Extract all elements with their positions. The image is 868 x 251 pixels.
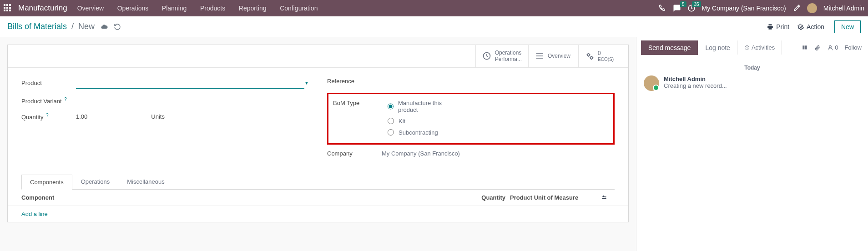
radio-kit[interactable]: Kit xyxy=(388,118,442,125)
radio-subcontracting[interactable]: Subcontracting xyxy=(388,129,442,136)
quantity-unit[interactable]: Units xyxy=(151,113,165,120)
label-variant: Product Variant xyxy=(21,98,62,105)
book-icon[interactable] xyxy=(802,45,808,51)
attachment-icon[interactable] xyxy=(814,45,821,51)
label-reference: Reference xyxy=(327,78,382,85)
add-line[interactable]: Add a line xyxy=(8,206,628,222)
followers-button[interactable]: 0 xyxy=(827,44,838,51)
radio-subcontracting-input[interactable] xyxy=(388,129,394,136)
user-avatar[interactable] xyxy=(807,3,817,13)
app-name: Manufacturing xyxy=(18,4,67,13)
radio-manufacture-label: Manufacture this product xyxy=(398,100,442,113)
radio-manufacture[interactable]: Manufacture this product xyxy=(388,100,442,113)
messages-badge: 5 xyxy=(680,1,686,7)
help-variant[interactable]: ? xyxy=(64,97,67,102)
company-value[interactable]: My Company (San Francisco) xyxy=(382,150,460,157)
stat-ecos-label: ECO(S) xyxy=(598,57,614,62)
label-bom-type: BoM Type xyxy=(333,97,388,106)
components-table-head: Component Quantity Product Unit of Measu… xyxy=(8,190,628,206)
bars-icon xyxy=(535,51,544,60)
tab-operations[interactable]: Operations xyxy=(72,174,119,189)
top-navbar: Manufacturing Overview Operations Planni… xyxy=(0,0,868,16)
tab-misc[interactable]: Miscellaneous xyxy=(118,174,173,189)
send-message-button[interactable]: Send message xyxy=(641,40,698,55)
user-name[interactable]: Mitchell Admin xyxy=(823,5,864,12)
breadcrumb: Bills of Materials / New xyxy=(7,22,95,31)
activities-label: Activities xyxy=(752,44,775,51)
action-button[interactable]: Action xyxy=(797,23,824,30)
label-quantity: Quantity xyxy=(21,114,43,120)
chatter-message: Mitchell Admin Creating a new record... xyxy=(644,75,861,91)
followers-count: 0 xyxy=(835,44,838,51)
gears-icon xyxy=(585,51,594,60)
svg-point-5 xyxy=(603,196,604,197)
message-author: Mitchell Admin xyxy=(664,75,727,82)
svg-point-4 xyxy=(590,57,593,59)
apps-icon[interactable] xyxy=(4,4,12,12)
quantity-value[interactable]: 1.00 xyxy=(76,113,87,120)
help-quantity[interactable]: ? xyxy=(46,113,49,118)
activities-button[interactable]: Activities xyxy=(737,40,782,55)
label-company: Company xyxy=(327,150,382,157)
log-note-button[interactable]: Log note xyxy=(698,40,737,55)
print-label: Print xyxy=(776,23,789,30)
tab-components[interactable]: Components xyxy=(21,175,72,190)
activities-badge: 35 xyxy=(692,1,701,7)
stat-buttons: Operations Performa... Overview 0 xyxy=(8,45,628,68)
svg-point-6 xyxy=(605,198,606,199)
radio-manufacture-input[interactable] xyxy=(388,103,394,110)
stat-operations[interactable]: Operations Performa... xyxy=(475,45,528,67)
print-button[interactable]: Print xyxy=(767,23,789,30)
cloud-save-icon[interactable] xyxy=(100,23,108,30)
nav-overview[interactable]: Overview xyxy=(77,5,104,12)
bom-type-highlight: BoM Type Manufacture this product xyxy=(327,93,615,145)
crumb-separator: / xyxy=(71,22,74,31)
svg-point-1 xyxy=(800,26,802,28)
optional-columns-icon[interactable] xyxy=(601,194,615,201)
chatter-date: Today xyxy=(644,65,861,71)
radio-kit-input[interactable] xyxy=(388,118,394,124)
stat-ecos[interactable]: 0 ECO(S) xyxy=(578,45,628,67)
discard-icon[interactable] xyxy=(114,23,121,30)
svg-point-8 xyxy=(829,45,832,48)
message-avatar xyxy=(644,75,659,91)
svg-point-3 xyxy=(587,54,590,56)
col-component: Component xyxy=(21,194,474,201)
crumb-current: New xyxy=(78,22,95,31)
radio-subcontracting-label: Subcontracting xyxy=(399,129,438,136)
main-nav: Overview Operations Planning Products Re… xyxy=(77,5,330,12)
stat-overview-label: Overview xyxy=(548,53,570,59)
radio-kit-label: Kit xyxy=(399,118,405,125)
activities-icon[interactable]: 35 xyxy=(687,4,696,12)
nav-products[interactable]: Products xyxy=(200,5,225,12)
stat-ecos-count: 0 xyxy=(598,50,614,56)
chevron-down-icon[interactable]: ▼ xyxy=(304,80,309,85)
nav-configuration[interactable]: Configuration xyxy=(280,5,318,12)
messages-icon[interactable]: 5 xyxy=(673,4,681,12)
action-label: Action xyxy=(807,23,824,30)
new-button[interactable]: New xyxy=(834,20,861,33)
follow-button[interactable]: Follow xyxy=(844,44,862,51)
label-product: Product xyxy=(21,80,76,86)
nav-planning[interactable]: Planning xyxy=(162,5,187,12)
phone-icon[interactable] xyxy=(658,4,666,12)
message-text: Creating a new record... xyxy=(664,82,727,89)
stat-overview[interactable]: Overview xyxy=(528,45,578,67)
product-input[interactable] xyxy=(76,78,304,89)
col-uom: Product Unit of Measure xyxy=(510,194,601,201)
nav-reporting[interactable]: Reporting xyxy=(239,5,267,12)
company-selector[interactable]: My Company (San Francisco) xyxy=(702,5,786,12)
col-quantity: Quantity xyxy=(474,194,505,201)
clock-icon xyxy=(482,51,491,60)
crumb-root[interactable]: Bills of Materials xyxy=(7,22,67,31)
stat-operations-l1: Operations xyxy=(495,50,522,56)
control-toolbar: Bills of Materials / New Print Action Ne… xyxy=(0,16,868,37)
stat-operations-l2: Performa... xyxy=(495,56,522,62)
chatter-panel: Send message Log note Activities 0 Follo… xyxy=(636,37,868,251)
form-tabs: Components Operations Miscellaneous xyxy=(8,174,628,189)
nav-operations[interactable]: Operations xyxy=(117,5,148,12)
form-card: Operations Performa... Overview 0 xyxy=(7,45,629,222)
tools-icon[interactable] xyxy=(792,4,801,12)
